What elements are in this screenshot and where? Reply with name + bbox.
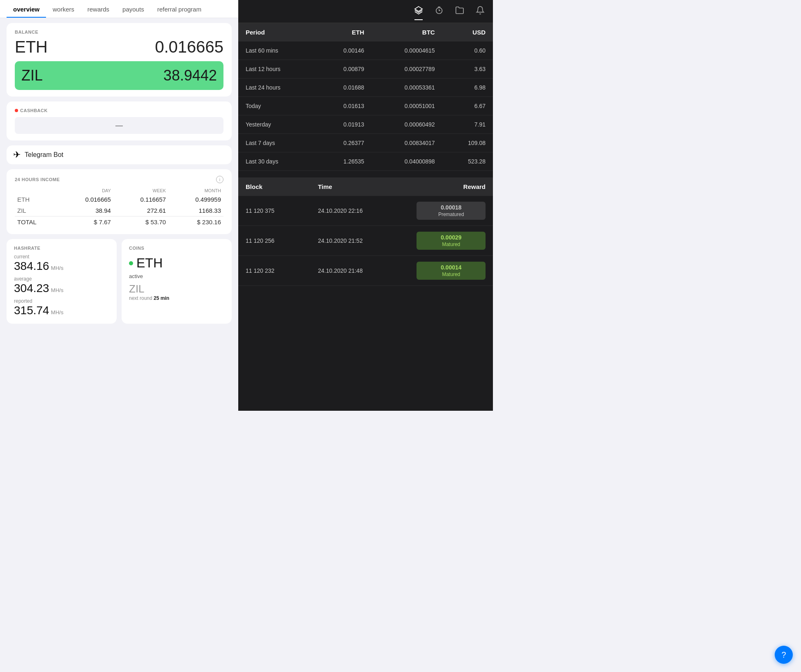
block-col-time: Time: [311, 177, 410, 196]
earnings-eth: 0.00146: [316, 41, 372, 60]
earnings-table-container: Period ETH BTC USD Last 60 mins 0.00146 …: [238, 23, 493, 171]
income-row-coin: TOTAL: [15, 216, 58, 228]
top-nav: overview workers rewards payouts referra…: [0, 0, 238, 18]
income-row-week: 272.61: [113, 205, 168, 216]
earnings-btc: 0.00004615: [372, 41, 442, 60]
coin-zil-next: next round 25 min: [129, 295, 224, 301]
earnings-period: Last 30 days: [238, 152, 316, 171]
earnings-usd: 0.60: [442, 41, 493, 60]
earnings-eth: 0.00879: [316, 60, 372, 78]
telegram-text: Telegram Bot: [25, 151, 63, 159]
hashrate-title: HASHRATE: [14, 246, 109, 251]
hashrate-reported-value: 315.74: [14, 304, 49, 317]
income-row-week: 0.116657: [113, 194, 168, 205]
hashrate-reported-label: reported: [14, 298, 109, 304]
earnings-col-period: Period: [238, 23, 316, 41]
earnings-row: Today 0.01613 0.00051001 6.67: [238, 97, 493, 115]
income-table: DAY WEEK MONTH ETH 0.016665 0.116657 0.4…: [15, 187, 223, 228]
earnings-row: Last 60 mins 0.00146 0.00004615 0.60: [238, 41, 493, 60]
earnings-period: Last 12 hours: [238, 60, 316, 78]
earnings-btc: 0.00051001: [372, 97, 442, 115]
block-number: 11 120 375: [238, 196, 311, 226]
earnings-usd: 523.28: [442, 152, 493, 171]
block-col-reward: Reward: [409, 177, 493, 196]
coin-eth-status: active: [129, 273, 224, 279]
earnings-usd: 6.67: [442, 97, 493, 115]
earnings-btc: 0.00027789: [372, 60, 442, 78]
telegram-icon: ✈: [13, 150, 21, 160]
income-col-coin: [15, 187, 58, 194]
blocks-table-container: Block Time Reward 11 120 375 24.10.2020 …: [238, 177, 493, 286]
earnings-period: Last 7 days: [238, 134, 316, 152]
cashback-value: —: [15, 117, 223, 134]
block-time: 24.10.2020 22:16: [311, 196, 410, 226]
earnings-usd: 3.63: [442, 60, 493, 78]
block-number: 11 120 232: [238, 256, 311, 286]
balance-zil-value: 38.9442: [163, 67, 217, 84]
earnings-eth: 0.01913: [316, 115, 372, 134]
hashrate-current-label: current: [14, 254, 109, 260]
income-header: 24 HOURS INCOME i: [15, 176, 223, 183]
right-panel: Period ETH BTC USD Last 60 mins 0.00146 …: [238, 0, 493, 411]
hashrate-average-unit: MH/s: [51, 287, 63, 293]
balance-zil-coin: ZIL: [21, 67, 43, 84]
earnings-eth: 0.01688: [316, 78, 372, 97]
income-row-week: $ 53.70: [113, 216, 168, 228]
nav-rewards[interactable]: rewards: [81, 0, 116, 18]
income-row-day: $ 7.67: [58, 216, 113, 228]
hashrate-average-value: 304.23: [14, 282, 49, 295]
earnings-btc: 0.04000898: [372, 152, 442, 171]
earnings-eth: 1.26535: [316, 152, 372, 171]
layers-icon[interactable]: [414, 6, 423, 17]
earnings-row: Last 7 days 0.26377 0.00834017 109.08: [238, 134, 493, 152]
timer-icon[interactable]: [435, 6, 444, 17]
nav-overview[interactable]: overview: [7, 0, 46, 18]
hashrate-current-unit: MH/s: [51, 265, 63, 271]
income-row: TOTAL $ 7.67 $ 53.70 $ 230.16: [15, 216, 223, 228]
nav-workers[interactable]: workers: [46, 0, 81, 18]
block-reward: 0.00029 Matured: [409, 226, 493, 256]
balance-eth-row: ETH 0.016665: [15, 38, 223, 56]
income-row: ETH 0.016665 0.116657 0.499959: [15, 194, 223, 205]
income-title: 24 HOURS INCOME: [15, 177, 60, 182]
nav-referral[interactable]: referral program: [151, 0, 208, 18]
earnings-period: Last 60 mins: [238, 41, 316, 60]
income-row-coin: ETH: [15, 194, 58, 205]
income-info-icon[interactable]: i: [216, 176, 223, 183]
cashback-card: CASHBACK —: [7, 101, 232, 140]
hashrate-average-label: average: [14, 276, 109, 282]
hashrate-current-value: 384.16: [14, 260, 49, 272]
block-reward: 0.00018 Prematured: [409, 196, 493, 226]
income-row: ZIL 38.94 272.61 1168.33: [15, 205, 223, 216]
coin-eth-name: ETH: [136, 255, 163, 271]
earnings-col-btc: BTC: [372, 23, 442, 41]
hashrate-current-row: 384.16 MH/s: [14, 260, 109, 273]
income-col-day: DAY: [58, 187, 113, 194]
hashrate-reported-row: 315.74 MH/s: [14, 304, 109, 317]
earnings-usd: 6.98: [442, 78, 493, 97]
earnings-eth: 0.01613: [316, 97, 372, 115]
earnings-col-eth: ETH: [316, 23, 372, 41]
nav-payouts[interactable]: payouts: [116, 0, 151, 18]
coin-zil-name: ZIL: [129, 283, 224, 295]
blocks-table: Block Time Reward 11 120 375 24.10.2020 …: [238, 177, 493, 286]
earnings-btc: 0.00060492: [372, 115, 442, 134]
bell-icon[interactable]: [476, 6, 485, 17]
right-topbar: [238, 0, 493, 23]
bottom-cards-row: HASHRATE current 384.16 MH/s average 304…: [7, 239, 232, 324]
block-time: 24.10.2020 21:52: [311, 226, 410, 256]
income-row-month: 1168.33: [168, 205, 223, 216]
earnings-usd: 7.91: [442, 115, 493, 134]
income-row-day: 0.016665: [58, 194, 113, 205]
income-row-day: 38.94: [58, 205, 113, 216]
telegram-row[interactable]: ✈ Telegram Bot: [7, 145, 232, 164]
earnings-table: Period ETH BTC USD Last 60 mins 0.00146 …: [238, 23, 493, 171]
cashback-dot: [15, 109, 18, 112]
folder-icon[interactable]: [455, 6, 464, 17]
block-row: 11 120 232 24.10.2020 21:48 0.00014 Matu…: [238, 256, 493, 286]
earnings-row: Last 12 hours 0.00879 0.00027789 3.63: [238, 60, 493, 78]
coin-eth-dot: [129, 261, 133, 265]
cashback-label: CASHBACK: [15, 108, 223, 113]
hashrate-average-row: 304.23 MH/s: [14, 282, 109, 295]
block-reward: 0.00014 Matured: [409, 256, 493, 286]
